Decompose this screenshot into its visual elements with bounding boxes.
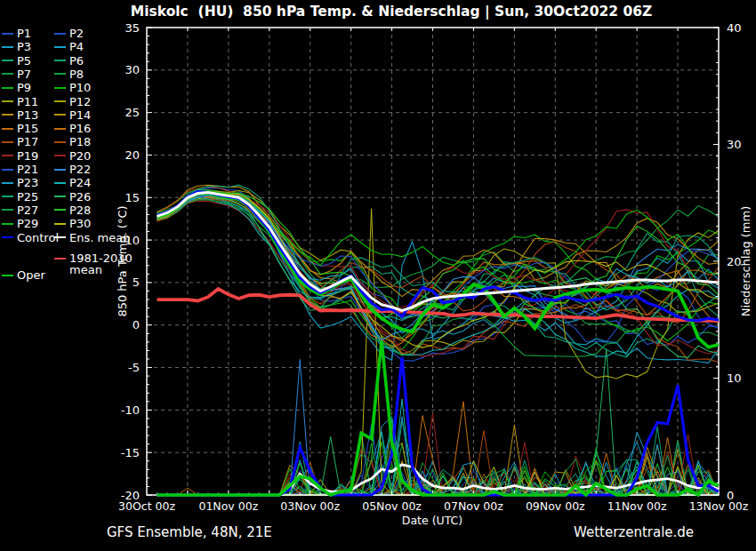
member-temp-P9 (157, 193, 719, 350)
y-right-tick-label: 40 (727, 21, 742, 35)
y-left-tick-label: 30 (125, 63, 140, 76)
y-left-tick-label: -15 (121, 446, 140, 459)
y-right-tick-label: 10 (727, 371, 742, 385)
x-tick-label: 01Nov 00z (198, 499, 258, 513)
plot-area: 35302520151050-5-10-15-2040302010030Oct … (0, 0, 756, 551)
x-tick-label: 30Oct 00z (118, 499, 175, 513)
member-temp-P30 (157, 194, 719, 347)
y-left-tick-label: 5 (133, 276, 140, 289)
member-temp-P4 (157, 194, 719, 363)
y-axis-right-label: Niederschlag (mm) (739, 206, 752, 317)
member-temp-P1 (157, 196, 719, 361)
x-tick-label: 07Nov 00z (444, 499, 503, 513)
footer-model-info: GFS Ensemble, 48N, 21E (107, 524, 272, 540)
x-tick-label: 13Nov 00z (689, 499, 749, 513)
member-precip-P22 (157, 359, 719, 495)
y-left-tick-label: 20 (125, 148, 140, 162)
x-tick-label: 09Nov 00z (526, 499, 585, 513)
y-left-tick-label: 35 (125, 21, 140, 35)
oper-temp (157, 193, 719, 347)
footer-source: Wetterzentrale.de (574, 524, 694, 540)
meteogram: Miskolc (HU) 850 hPa Temp. & Niederschla… (0, 0, 756, 551)
y-left-tick-label: 25 (125, 106, 140, 119)
y-axis-left-label: 850 hPa Temp. (°C) (116, 205, 129, 316)
y-right-tick-label: 30 (727, 138, 742, 151)
oper-precip (157, 340, 719, 495)
x-tick-label: 11Nov 00z (607, 499, 667, 513)
y-left-tick-label: 0 (133, 318, 140, 331)
x-tick-label: 05Nov 00z (362, 499, 422, 513)
y-left-tick-label: -10 (121, 403, 140, 417)
y-left-tick-label: -5 (128, 361, 140, 374)
y-left-tick-label: 15 (125, 191, 140, 204)
x-tick-label: 03Nov 00z (280, 499, 340, 513)
